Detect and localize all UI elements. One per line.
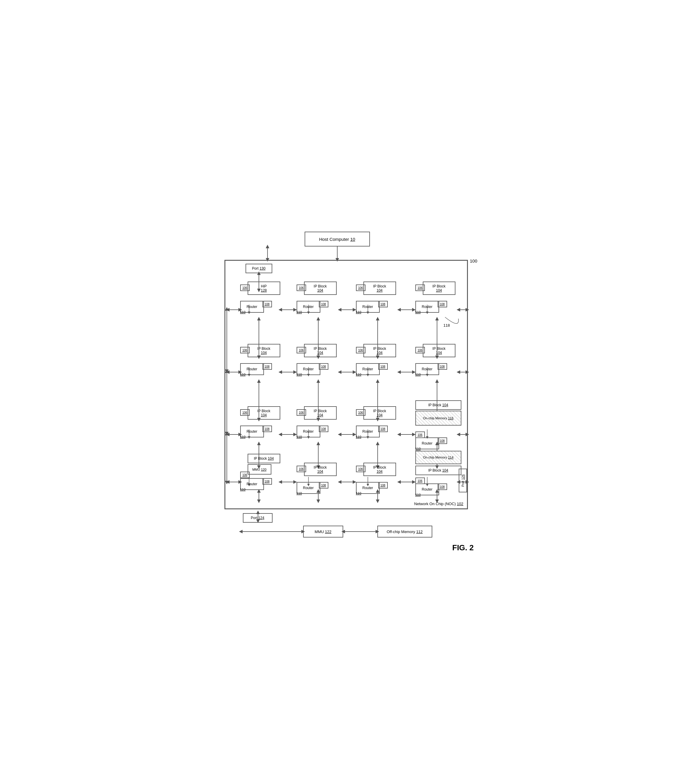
ref-100: 100 (470, 259, 477, 264)
off-chip-memory: Off-chip Memory 112 (377, 525, 432, 537)
port-126: Port 126 (459, 469, 467, 492)
host-computer-box: Host Computer 10 (305, 232, 370, 247)
fig-title: FIG. 2 (452, 543, 474, 552)
mmu-122: MMU 122 (303, 525, 343, 537)
noc-container: Network On Chip (NOC) 102 Port 130 (224, 260, 468, 509)
noc-label: Network On Chip (NOC) 102 (414, 502, 463, 506)
port-130: Port 130 (245, 264, 272, 273)
port-124: Port 124 (243, 513, 273, 523)
